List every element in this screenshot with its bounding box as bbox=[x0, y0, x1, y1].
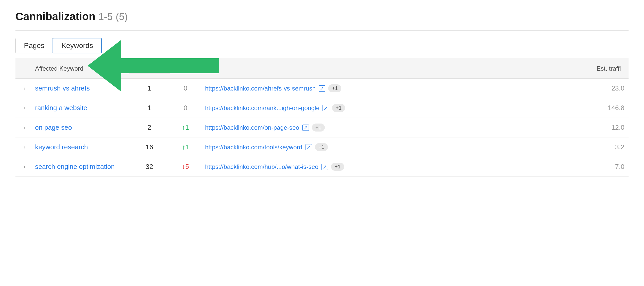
table-row: › ranking a website 1 0 https://backlink… bbox=[15, 98, 629, 118]
plus-badge[interactable]: +1 bbox=[328, 84, 341, 92]
expand-cell[interactable]: › bbox=[15, 105, 31, 111]
keyword-cell[interactable]: on page seo bbox=[31, 124, 129, 132]
green-arrow bbox=[88, 40, 219, 92]
expand-cell[interactable]: › bbox=[15, 164, 31, 170]
plus-badge[interactable]: +1 bbox=[315, 143, 328, 151]
url-link[interactable]: https://backlinko.com/ahrefs-vs-semrush bbox=[205, 85, 316, 92]
table-row: › keyword research 16 ↑1 https://backlin… bbox=[15, 137, 629, 157]
expand-cell[interactable]: › bbox=[15, 144, 31, 151]
url-cell: https://backlinko.com/rank...igh-on-goog… bbox=[201, 104, 577, 112]
chevron-icon[interactable]: › bbox=[23, 85, 25, 92]
traffic-cell: 146.8 bbox=[577, 104, 629, 112]
url-link[interactable]: https://backlinko.com/on-page-seo bbox=[205, 124, 299, 131]
external-link-icon[interactable]: ↗ bbox=[321, 164, 328, 170]
position-cell: 32 bbox=[129, 163, 170, 171]
plus-badge[interactable]: +1 bbox=[332, 104, 345, 112]
traffic-cell: 23.0 bbox=[577, 84, 629, 92]
chevron-icon[interactable]: › bbox=[23, 144, 25, 151]
url-link[interactable]: https://backlinko.com/tools/keyword bbox=[205, 144, 302, 151]
diff-value: 0 bbox=[184, 104, 187, 112]
title-range: 1-5 bbox=[98, 11, 113, 22]
expand-cell[interactable]: › bbox=[15, 124, 31, 131]
chevron-icon[interactable]: › bbox=[23, 105, 25, 111]
diff-cell: ↑1 bbox=[170, 124, 201, 132]
diff-value: ↑1 bbox=[182, 143, 189, 151]
table-row: › search engine optimization 32 ↓5 https… bbox=[15, 157, 629, 177]
table-body: › semrush vs ahrefs 1 0 https://backlink… bbox=[15, 79, 629, 177]
traffic-cell: 3.2 bbox=[577, 143, 629, 151]
diff-cell: 0 bbox=[170, 104, 201, 112]
diff-value: ↑1 bbox=[182, 124, 189, 131]
chevron-icon[interactable]: › bbox=[23, 124, 25, 131]
diff-cell: ↑1 bbox=[170, 143, 201, 151]
external-link-icon[interactable]: ↗ bbox=[302, 125, 309, 131]
position-cell: 16 bbox=[129, 143, 170, 151]
external-link-icon[interactable]: ↗ bbox=[323, 105, 329, 111]
external-link-icon[interactable]: ↗ bbox=[306, 144, 312, 150]
title-count: (5) bbox=[116, 11, 128, 22]
url-link[interactable]: https://backlinko.com/hub/...o/what-is-s… bbox=[205, 163, 318, 170]
table-row: › on page seo 2 ↑1 https://backlinko.com… bbox=[15, 118, 629, 137]
plus-badge[interactable]: +1 bbox=[312, 124, 325, 132]
url-link[interactable]: https://backlinko.com/rank...igh-on-goog… bbox=[205, 104, 319, 112]
plus-badge[interactable]: +1 bbox=[331, 163, 344, 171]
url-cell: https://backlinko.com/hub/...o/what-is-s… bbox=[201, 163, 577, 171]
traffic-cell: 7.0 bbox=[577, 163, 629, 171]
url-cell: https://backlinko.com/tools/keyword ↗ +1 bbox=[201, 143, 577, 151]
keyword-cell[interactable]: ranking a website bbox=[31, 104, 129, 112]
external-link-icon[interactable]: ↗ bbox=[319, 85, 325, 92]
header-traffic: Est. traffi bbox=[577, 65, 629, 72]
url-cell: https://backlinko.com/ahrefs-vs-semrush … bbox=[201, 84, 577, 92]
diff-value: ↓5 bbox=[182, 163, 189, 170]
tab-pages[interactable]: Pages bbox=[15, 38, 53, 53]
chevron-icon[interactable]: › bbox=[23, 164, 25, 170]
url-cell: https://backlinko.com/on-page-seo ↗ +1 bbox=[201, 124, 577, 132]
position-cell: 2 bbox=[129, 124, 170, 132]
keyword-cell[interactable]: search engine optimization bbox=[31, 163, 129, 171]
title-main: Cannibalization bbox=[15, 10, 95, 23]
position-cell: 1 bbox=[129, 104, 170, 112]
arrow-shaft bbox=[121, 58, 219, 73]
expand-cell[interactable]: › bbox=[15, 85, 31, 92]
arrow-head bbox=[88, 40, 121, 92]
top-divider bbox=[15, 30, 629, 31]
diff-cell: ↓5 bbox=[170, 163, 201, 171]
traffic-cell: 12.0 bbox=[577, 124, 629, 132]
page-title: Cannibalization 1-5 (5) bbox=[15, 10, 629, 23]
arrow-annotation bbox=[88, 40, 219, 92]
keyword-cell[interactable]: keyword research bbox=[31, 143, 129, 151]
header-url: URL bbox=[201, 65, 577, 72]
